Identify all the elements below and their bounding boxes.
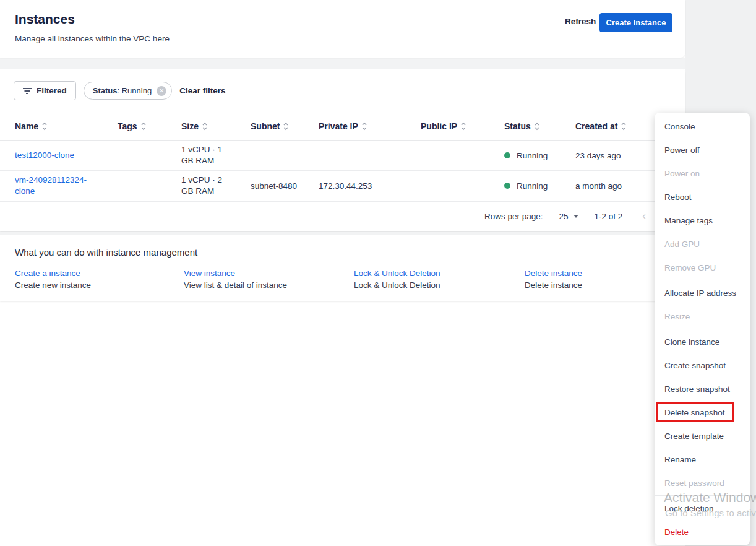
info-link-block: Lock & Unlock Deletion Lock & Unlock Del… <box>354 267 525 291</box>
menu-item-reset-password: Reset password <box>655 471 750 495</box>
status-label: Running <box>517 151 548 160</box>
menu-item-remove-gpu: Remove GPU <box>655 256 750 279</box>
rows-per-page-value: 25 <box>559 212 569 221</box>
filtered-label: Filtered <box>37 86 67 95</box>
chip-value: : Running <box>118 86 152 95</box>
menu-item-reboot[interactable]: Reboot <box>655 185 750 209</box>
menu-item-rename[interactable]: Rename <box>655 448 750 471</box>
menu-item-lock-deletion[interactable]: Lock deletion <box>655 496 750 520</box>
cell-private-ip: 172.30.44.253 <box>319 181 421 191</box>
instance-name-link[interactable]: vm-240928112324-clone <box>15 175 118 197</box>
cell-subnet: subnet-8480 <box>251 181 319 191</box>
menu-item-allocate-ip-address[interactable]: Allocate IP address <box>655 281 750 305</box>
cell-created-at: a month ago <box>575 181 656 191</box>
create-instance-button[interactable]: Create Instance <box>599 13 672 32</box>
menu-item-add-gpu: Add GPU <box>655 232 750 256</box>
instance-name-link[interactable]: test12000-clone <box>15 150 118 161</box>
instance-actions-menu: Console Power off Power on Reboot Manage… <box>655 113 750 545</box>
cell-created-at: 23 days ago <box>575 151 656 160</box>
sort-icon <box>362 122 367 131</box>
link-description: Create new instance <box>15 279 184 291</box>
delete-instance-link[interactable]: Delete instance <box>525 267 671 279</box>
column-header-status[interactable]: Status <box>504 121 575 131</box>
rows-per-page-select[interactable]: 25 <box>559 212 578 221</box>
rows-per-page-label: Rows per page: <box>484 212 543 221</box>
page-subtitle: Manage all instances within the VPC here <box>15 34 170 43</box>
menu-item-power-off[interactable]: Power off <box>655 138 750 162</box>
create-instance-link[interactable]: Create a instance <box>15 267 184 279</box>
column-header-public-ip[interactable]: Public IP <box>421 121 504 131</box>
menu-item-create-template[interactable]: Create template <box>655 424 750 448</box>
link-description: Delete instance <box>525 279 671 291</box>
filtered-button[interactable]: Filtered <box>14 81 76 100</box>
sort-icon <box>42 122 47 131</box>
info-link-block: View instance View list & detail of inst… <box>184 267 354 291</box>
column-header-created-at[interactable]: Created at <box>575 121 656 131</box>
page-header: Instances Manage all instances within th… <box>0 0 685 58</box>
column-header-size[interactable]: Size <box>181 121 251 131</box>
menu-item-manage-tags[interactable]: Manage tags <box>655 209 750 232</box>
menu-item-clone-instance[interactable]: Clone instance <box>655 330 750 353</box>
chip-field: Status <box>93 86 118 95</box>
sort-icon <box>283 122 288 131</box>
link-description: Lock & Unlock Deletion <box>354 279 525 291</box>
menu-divider <box>655 280 750 280</box>
link-description: View list & detail of instance <box>184 279 354 291</box>
cell-status: Running <box>504 151 575 160</box>
info-heading: What you can do with instance management <box>15 247 671 258</box>
menu-item-delete[interactable]: Delete <box>655 520 750 544</box>
status-filter-chip[interactable]: Status: Running ✕ <box>84 82 172 100</box>
column-header-tags[interactable]: Tags <box>118 121 181 131</box>
filter-bar: Filtered Status: Running ✕ Clear filters <box>0 69 685 113</box>
cell-status: Running <box>504 181 575 191</box>
column-header-name[interactable]: Name <box>15 121 118 131</box>
cell-size: 1 vCPU · 1 GB RAM <box>181 144 251 167</box>
cell-size: 1 vCPU · 2 GB RAM <box>181 175 251 197</box>
page-title: Instances <box>15 12 75 27</box>
info-section: What you can do with instance management… <box>0 235 685 301</box>
info-link-block: Delete instance Delete instance <box>525 267 671 291</box>
column-header-subnet[interactable]: Subnet <box>251 121 319 131</box>
pagination-bar: Rows per page: 25 1-2 of 2 ‹ <box>0 201 685 230</box>
view-instance-link[interactable]: View instance <box>184 267 354 279</box>
sort-icon <box>141 122 146 131</box>
table-row: test12000-clone 1 vCPU · 1 GB RAM Runnin… <box>0 141 685 171</box>
menu-item-resize: Resize <box>655 305 750 328</box>
table-header-row: Name Tags Size Subnet Private IP Public … <box>0 113 685 141</box>
sort-icon <box>535 122 539 131</box>
instances-table-card: Filtered Status: Running ✕ Clear filters… <box>0 69 685 231</box>
chip-close-icon[interactable]: ✕ <box>157 86 166 96</box>
status-dot-icon <box>504 152 510 158</box>
clear-filters-button[interactable]: Clear filters <box>179 86 225 95</box>
column-header-private-ip[interactable]: Private IP <box>319 121 421 131</box>
pagination-range: 1-2 of 2 <box>595 212 623 221</box>
table-row: vm-240928112324-clone 1 vCPU · 2 GB RAM … <box>0 171 685 201</box>
menu-divider <box>655 329 750 329</box>
card-gap <box>0 58 685 69</box>
sort-icon <box>461 122 466 131</box>
sort-icon <box>621 122 626 131</box>
menu-item-restore-snapshot[interactable]: Restore snapshot <box>655 377 750 401</box>
refresh-button[interactable]: Refresh <box>565 17 596 26</box>
status-dot-icon <box>504 183 510 189</box>
caret-down-icon <box>573 215 578 218</box>
menu-divider <box>655 495 750 496</box>
info-link-block: Create a instance Create new instance <box>15 267 184 291</box>
menu-item-label: Delete snapshot <box>664 408 725 417</box>
filter-icon <box>23 87 32 95</box>
sort-icon <box>202 122 207 131</box>
menu-item-console[interactable]: Console <box>655 115 750 138</box>
status-label: Running <box>517 181 548 191</box>
lock-unlock-deletion-link[interactable]: Lock & Unlock Deletion <box>354 267 525 279</box>
menu-item-delete-snapshot[interactable]: Delete snapshot <box>655 401 750 424</box>
menu-item-create-snapshot[interactable]: Create snapshot <box>655 353 750 377</box>
menu-item-power-on: Power on <box>655 162 750 185</box>
previous-page-icon[interactable]: ‹ <box>642 210 646 222</box>
